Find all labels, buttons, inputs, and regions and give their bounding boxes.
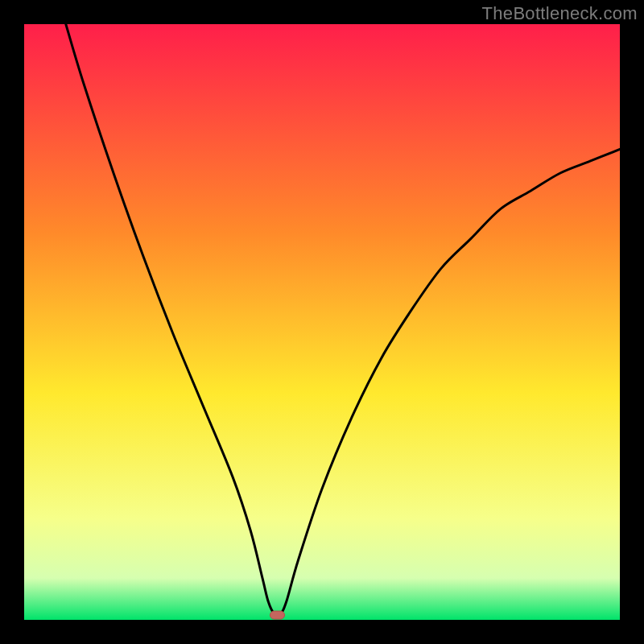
optimal-point-marker (270, 611, 285, 619)
watermark-text: TheBottleneck.com (482, 3, 638, 24)
plot-area (24, 24, 620, 620)
gradient-background (24, 24, 620, 620)
chart-frame: TheBottleneck.com (0, 0, 644, 644)
plot-svg (24, 24, 620, 620)
